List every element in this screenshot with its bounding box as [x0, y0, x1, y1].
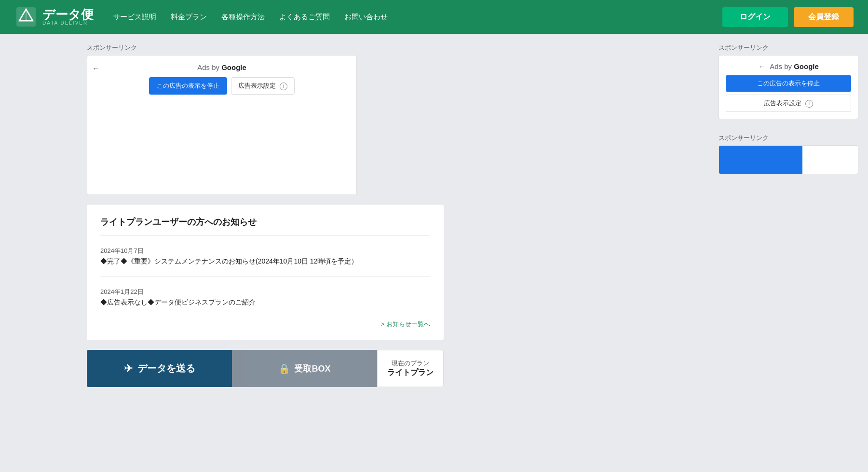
- notice-item-1: 2024年10月7日 ◆完了◆《重要》システムメンテナンスのお知らせ(2024年…: [100, 242, 430, 271]
- notice-text-1: ◆完了◆《重要》システムメンテナンスのお知らせ(2024年10月10日 12時頃…: [100, 257, 430, 266]
- nav-service[interactable]: サービス説明: [113, 13, 156, 22]
- header-buttons: ログイン 会員登録: [722, 7, 854, 27]
- notice-divider-2: [100, 277, 430, 277]
- notice-more-link[interactable]: > お知らせ一覧へ: [381, 320, 430, 328]
- ads-by-text-right: Ads by Google: [770, 62, 819, 70]
- notice-box: ライトプランユーザーの方へのお知らせ 2024年10月7日 ◆完了◆《重要》シス…: [87, 205, 444, 340]
- google-text-right: Google: [794, 62, 819, 70]
- bottom-buttons: ✈ データを送る 🔒 受取BOX 現在のプラン ライトプラン: [87, 350, 444, 387]
- send-icon: ✈: [124, 362, 133, 375]
- register-button[interactable]: 会員登録: [794, 7, 854, 27]
- plan-label: 現在のプラン: [392, 359, 429, 368]
- info-icon-left: i: [280, 83, 287, 90]
- logo-japanese: データ便: [42, 8, 94, 21]
- receive-box-button[interactable]: 🔒 受取BOX: [232, 350, 377, 387]
- sponsor-label-right: スポンサーリンク: [719, 43, 858, 52]
- logo-english: DATA DELIVER: [42, 21, 94, 26]
- ad-header-right: ← Ads by Google: [726, 62, 851, 70]
- ad-box-left: ← Ads by Google この広告の表示を停止 広告表示設定 i: [87, 55, 357, 195]
- ad-box-right: ← Ads by Google この広告の表示を停止 広告表示設定 i: [719, 55, 858, 119]
- notice-item-2: 2024年1月22日 ◆広告表示なし◆データ便ビジネスプランのご紹介: [100, 283, 430, 312]
- right-sidebar: スポンサーリンク ← Ads by Google この広告の表示を停止 広告表示…: [719, 43, 868, 387]
- site-header: データ便 DATA DELIVER サービス説明 料金プラン 各種操作方法 よく…: [0, 0, 868, 34]
- info-icon-right: i: [805, 100, 813, 108]
- logo-icon: [14, 5, 38, 28]
- ads-by-text-left: Ads by Google: [197, 63, 246, 71]
- ad-box-bottom-right: [719, 145, 858, 174]
- current-plan-button[interactable]: 現在のプラン ライトプラン: [377, 350, 444, 387]
- plan-name: ライトプラン: [387, 368, 434, 378]
- ad-stop-button-left[interactable]: この広告の表示を停止: [149, 77, 227, 95]
- ad-arrow-back-left[interactable]: ←: [92, 64, 100, 73]
- notice-text-2: ◆広告表示なし◆データ便ビジネスプランのご紹介: [100, 298, 430, 307]
- notice-divider-1: [100, 236, 430, 236]
- nav-howto[interactable]: 各種操作方法: [221, 13, 265, 22]
- lock-icon: 🔒: [278, 363, 290, 375]
- nav-faq[interactable]: よくあるご質問: [279, 13, 330, 22]
- main-container: スポンサーリンク ← Ads by Google この広告の表示を停止 広告表示…: [0, 34, 868, 397]
- sponsor-label-left: スポンサーリンク: [87, 43, 709, 52]
- logo[interactable]: データ便 DATA DELIVER: [14, 5, 94, 28]
- send-data-button[interactable]: ✈ データを送る: [87, 350, 232, 387]
- google-text-left: Google: [221, 63, 246, 71]
- nav-pricing[interactable]: 料金プラン: [171, 13, 207, 22]
- notice-date-1: 2024年10月7日: [100, 247, 430, 255]
- notice-more: > お知らせ一覧へ: [100, 319, 430, 329]
- login-button[interactable]: ログイン: [722, 7, 788, 27]
- logo-text: データ便 DATA DELIVER: [42, 8, 94, 26]
- notice-title: ライトプランユーザーの方へのお知らせ: [100, 216, 430, 228]
- nav-contact[interactable]: お問い合わせ: [344, 13, 388, 22]
- sponsor-label-bottom-right: スポンサーリンク: [719, 134, 858, 142]
- sidebar-sponsor-bottom: スポンサーリンク: [719, 134, 858, 174]
- ad-stop-button-right[interactable]: この広告の表示を停止: [726, 75, 851, 92]
- ad-settings-button-right[interactable]: 広告表示設定 i: [726, 95, 851, 112]
- ad-settings-button-left[interactable]: 広告表示設定 i: [231, 77, 295, 95]
- ad-buttons-right: この広告の表示を停止 広告表示設定 i: [726, 75, 851, 112]
- left-content: スポンサーリンク ← Ads by Google この広告の表示を停止 広告表示…: [0, 43, 719, 387]
- ad-header-left: Ads by Google: [95, 63, 349, 71]
- ad-arrow-back-right[interactable]: ←: [758, 63, 765, 70]
- ad-bottom-content: [719, 146, 802, 174]
- main-nav: サービス説明 料金プラン 各種操作方法 よくあるご質問 お問い合わせ: [113, 13, 703, 22]
- notice-date-2: 2024年1月22日: [100, 288, 430, 296]
- ad-buttons-left: この広告の表示を停止 広告表示設定 i: [95, 77, 349, 95]
